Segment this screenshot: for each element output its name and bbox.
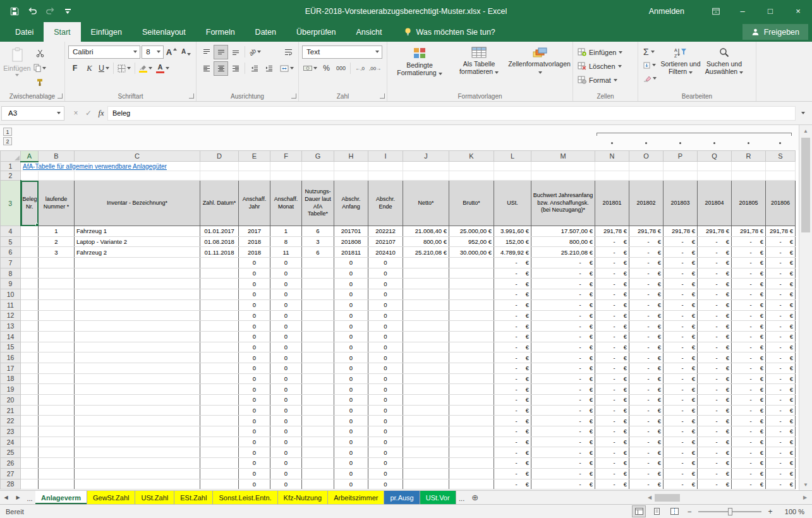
- cell-A7[interactable]: [21, 258, 39, 268]
- cell-S11[interactable]: -€: [766, 299, 796, 310]
- formula-input[interactable]: Beleg: [107, 106, 796, 121]
- cell-K10[interactable]: [449, 289, 494, 300]
- cell-H2[interactable]: [334, 171, 368, 181]
- cell-C21[interactable]: [75, 405, 200, 416]
- cell-F5[interactable]: 8: [270, 236, 302, 247]
- row-header-19[interactable]: 19: [1, 384, 21, 395]
- cell-M14[interactable]: -€: [531, 331, 595, 342]
- number-format-select[interactable]: Text: [302, 45, 382, 59]
- autosum-button[interactable]: Σ: [641, 45, 658, 58]
- increase-decimal-button[interactable]: ←,0: [353, 62, 367, 75]
- cell-B12[interactable]: [39, 310, 75, 321]
- cell-L24[interactable]: -€: [494, 437, 531, 447]
- cell-E21[interactable]: 0: [239, 405, 270, 416]
- cell-M19[interactable]: -€: [531, 384, 595, 395]
- cell-Q2[interactable]: [698, 171, 732, 181]
- zoom-in-button[interactable]: +: [767, 507, 774, 516]
- cell-I24[interactable]: 0: [368, 437, 403, 447]
- cell-E16[interactable]: 0: [239, 352, 270, 363]
- customize-qat-button[interactable]: [59, 3, 76, 20]
- column-header-C[interactable]: C: [75, 151, 200, 162]
- cell-Q20[interactable]: -€: [698, 395, 732, 406]
- cell-N11[interactable]: -€: [595, 299, 629, 310]
- cell-K25[interactable]: [449, 447, 494, 458]
- cell-H26[interactable]: 0: [334, 458, 368, 469]
- cell-E4[interactable]: 2017: [239, 226, 270, 237]
- cell-G27[interactable]: [302, 468, 334, 479]
- outline-dot[interactable]: [645, 142, 647, 144]
- cell-R9[interactable]: -€: [732, 279, 766, 289]
- cell-H16[interactable]: 0: [334, 352, 368, 363]
- cell-O14[interactable]: -€: [629, 331, 664, 342]
- cell-F10[interactable]: 0: [270, 289, 302, 300]
- cell-C15[interactable]: [75, 342, 200, 352]
- cell-P26[interactable]: -€: [664, 458, 698, 469]
- align-top-button[interactable]: [200, 45, 213, 59]
- cell-D20[interactable]: [200, 395, 239, 406]
- cell-G2[interactable]: [302, 171, 334, 181]
- cell-S8[interactable]: -€: [766, 268, 796, 279]
- number-dialog-launcher[interactable]: [380, 93, 385, 99]
- cell-S26[interactable]: -€: [766, 458, 796, 469]
- cell-L11[interactable]: -€: [494, 299, 531, 310]
- cell-H1[interactable]: [334, 162, 368, 171]
- decrease-decimal-button[interactable]: ,00→: [368, 62, 382, 75]
- cell-M25[interactable]: -€: [531, 447, 595, 458]
- cell-L2[interactable]: [494, 171, 531, 181]
- cell-P20[interactable]: -€: [664, 395, 698, 406]
- cell-M4[interactable]: 17.507,00 €: [531, 226, 595, 237]
- cell-K3[interactable]: Brutto*: [449, 181, 494, 226]
- row-header-25[interactable]: 25: [1, 447, 21, 458]
- cell-P8[interactable]: -€: [664, 268, 698, 279]
- row-header-26[interactable]: 26: [1, 458, 21, 469]
- cell-J27[interactable]: [403, 468, 449, 479]
- ribbon-tab-daten[interactable]: Daten: [245, 22, 286, 42]
- cell-B11[interactable]: [39, 299, 75, 310]
- cell-I6[interactable]: 202410: [368, 247, 403, 258]
- cell-R13[interactable]: -€: [732, 321, 766, 332]
- cell-L17[interactable]: -€: [494, 363, 531, 373]
- row-header-13[interactable]: 13: [1, 321, 21, 332]
- cell-H8[interactable]: 0: [334, 268, 368, 279]
- cell-S23[interactable]: -€: [766, 426, 796, 437]
- cell-A20[interactable]: [21, 395, 39, 406]
- cell-D24[interactable]: [200, 437, 239, 447]
- cell-O24[interactable]: -€: [629, 437, 664, 447]
- cell-D6[interactable]: 01.11.2018: [200, 247, 239, 258]
- font-name-select[interactable]: Calibri: [68, 45, 140, 59]
- horizontal-scrollbar[interactable]: ◀ ▶: [643, 491, 812, 504]
- cell-G11[interactable]: [302, 299, 334, 310]
- cell-C4[interactable]: Fahrzeug 1: [75, 226, 200, 237]
- row-header-8[interactable]: 8: [1, 268, 21, 279]
- sheet-nav-left[interactable]: ◀: [0, 491, 12, 504]
- cell-E10[interactable]: 0: [239, 289, 270, 300]
- cell-L21[interactable]: -€: [494, 405, 531, 416]
- cell-O21[interactable]: -€: [629, 405, 664, 416]
- cell-G26[interactable]: [302, 458, 334, 469]
- cell-B21[interactable]: [39, 405, 75, 416]
- cell-E24[interactable]: 0: [239, 437, 270, 447]
- cell-H18[interactable]: 0: [334, 373, 368, 384]
- cell-P27[interactable]: -€: [664, 468, 698, 479]
- cell-O17[interactable]: -€: [629, 363, 664, 373]
- cell-O8[interactable]: -€: [629, 268, 664, 279]
- cell-D12[interactable]: [200, 310, 239, 321]
- cell-A8[interactable]: [21, 268, 39, 279]
- cell-C13[interactable]: [75, 321, 200, 332]
- fill-color-button[interactable]: [138, 62, 154, 75]
- afa-table-link[interactable]: AfA-Tabelle für allgemein verwendbare An…: [23, 163, 167, 170]
- cell-D7[interactable]: [200, 258, 239, 268]
- cell-K15[interactable]: [449, 342, 494, 352]
- cell-D19[interactable]: [200, 384, 239, 395]
- cell-B27[interactable]: [39, 468, 75, 479]
- cell-K1[interactable]: [449, 162, 494, 171]
- cell-F13[interactable]: 0: [270, 321, 302, 332]
- cell-F27[interactable]: 0: [270, 468, 302, 479]
- cell-R18[interactable]: -€: [732, 373, 766, 384]
- cell-N4[interactable]: 291,78 €: [595, 226, 629, 237]
- cell-O5[interactable]: -€: [629, 236, 664, 247]
- cell-K23[interactable]: [449, 426, 494, 437]
- cell-G12[interactable]: [302, 310, 334, 321]
- cell-L20[interactable]: -€: [494, 395, 531, 406]
- cell-M2[interactable]: [531, 171, 595, 181]
